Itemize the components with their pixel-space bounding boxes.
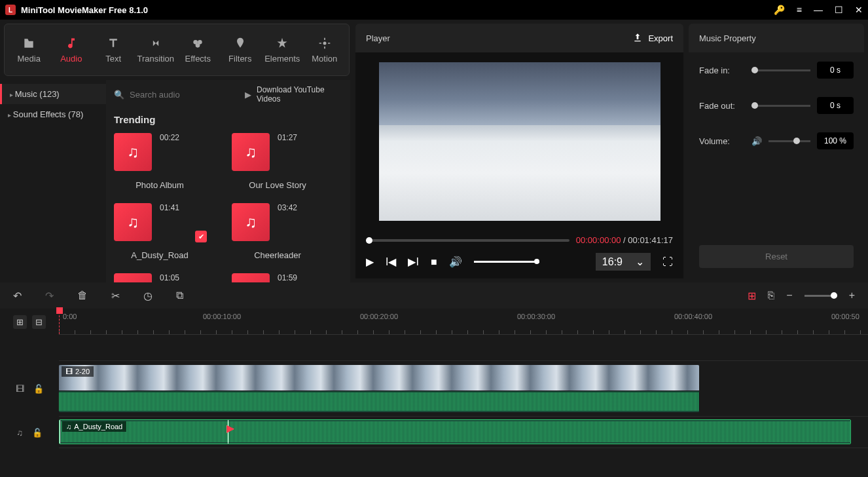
check-icon: ✔ [195,231,207,242]
audio-browser: 🔍 ▶ Download YouTube Videos Trending ♫00… [106,80,350,282]
svg-point-3 [323,41,326,45]
category-sidebar: Music (123) Sound Effects (78) [0,80,106,282]
search-icon: 🔍 [114,90,124,100]
volume-label: Volume: [699,136,745,146]
fadein-slider[interactable] [751,69,810,71]
fadeout-value[interactable]: 0 s [817,97,854,114]
menu-icon[interactable]: ≡ [797,5,802,15]
play-button[interactable]: ▶ [366,256,374,268]
effects-tab[interactable]: Effects [177,29,219,70]
video-track-head: 🎞 🔓 [0,361,59,417]
redo-button[interactable]: ↷ [45,290,54,302]
media-tab[interactable]: Media [9,29,50,70]
time-ruler[interactable]: 0:00 00:00:10:00 00:00:20:00 00:00:30:00… [59,309,868,335]
close-button[interactable]: ✕ [855,5,863,15]
aspect-ratio-select[interactable]: 16:9⌄ [596,253,651,271]
film-icon: 🎞 [65,368,73,375]
lock-icon[interactable]: 🔓 [32,428,43,438]
timecode: 00:00:00:00 / 00:01:41:17 [576,235,673,245]
category-music[interactable]: Music (123) [0,84,106,104]
elements-tab[interactable]: Elements [262,29,303,70]
audio-item[interactable]: ♫01:27 Our Love Story [232,133,323,190]
add-track-button[interactable]: ⊞ [13,315,27,329]
fullscreen-button[interactable]: ⛶ [662,256,673,268]
undo-button[interactable]: ↶ [13,290,22,302]
music-note-icon: ♫ [232,133,270,171]
transition-tab[interactable]: Transition [136,29,177,70]
audio-track-head: ♫ 🔓 [0,417,59,448]
split-marker-icon[interactable]: ▶ [226,422,234,434]
text-tab[interactable]: Text [93,29,134,70]
section-trending: Trending [114,109,342,133]
music-note-icon: ♫ [114,203,152,241]
volume-value[interactable]: 100 % [817,132,854,149]
timeline-toolbar: ↶ ↷ 🗑 ✂ ◷ ⧉ ⊞ ⎘ − + [0,282,868,309]
speaker-icon[interactable]: 🔊 [751,136,762,146]
timeline: ⊞ ⊟ 0:00 00:00:10:00 00:00:20:00 00:00:3… [0,309,868,477]
volume-icon[interactable]: 🔊 [449,256,462,268]
seek-bar[interactable] [366,239,570,242]
speed-button[interactable]: ◷ [143,290,153,302]
track-add-remove: ⊞ ⊟ [13,315,46,329]
category-sfx[interactable]: Sound Effects (78) [0,104,106,124]
music-note-icon: ♫ [232,273,270,282]
player-title: Player [366,33,632,43]
audio-item[interactable]: ♫01:59 [232,273,323,282]
stop-button[interactable]: ■ [431,256,437,268]
video-track[interactable]: 🎞2-20 [59,361,868,417]
filters-tab[interactable]: Filters [220,29,261,70]
split-button[interactable]: ✂ [111,290,120,302]
minimize-button[interactable]: — [814,5,823,15]
fadein-label: Fade in: [699,66,745,75]
audio-clip[interactable]: ♫A_Dusty_Road [59,419,851,444]
upgrade-key-icon[interactable]: 🔑 [774,5,785,15]
reset-button[interactable]: Reset [699,245,854,268]
music-note-icon: ♫ [232,203,270,241]
lock-icon[interactable]: 🔓 [33,384,44,394]
music-note-icon: ♫ [114,273,152,282]
music-note-icon: ♫ [114,133,152,171]
next-frame-button[interactable]: ▶I [408,256,418,268]
app-title: MiniTool MovieMaker Free 8.1.0 [21,5,774,15]
volume-slider[interactable] [769,140,810,142]
audio-item[interactable]: ♫03:42 Cheerleader [232,203,323,260]
properties-title: Music Property [689,24,864,52]
fadein-value[interactable]: 0 s [817,62,854,79]
youtube-icon: ▶ [245,90,251,100]
motion-tab[interactable]: Motion [304,29,346,70]
zoom-slider[interactable] [805,295,837,297]
search-input[interactable] [130,90,240,100]
delete-button[interactable]: 🗑 [77,290,88,301]
module-toolbar: Media Audio Text Transition Effects Filt… [4,24,350,76]
volume-slider[interactable] [474,261,539,263]
audio-item[interactable]: ♫00:22 Photo Album [114,133,206,190]
app-logo-icon: L [5,5,16,15]
remove-track-button[interactable]: ⊟ [32,315,46,329]
maximize-button[interactable]: ☐ [835,5,843,15]
prev-frame-button[interactable]: I◀ [386,256,396,268]
audio-track[interactable]: ♫A_Dusty_Road ▶ [59,417,868,448]
download-youtube-link[interactable]: Download YouTube Videos [257,85,342,104]
audio-track-icon: ♫ [16,428,23,438]
playhead[interactable] [59,309,60,334]
audio-item[interactable]: ♫01:05 [114,273,206,282]
zoom-out-button[interactable]: − [786,290,792,301]
music-note-icon: ♫ [66,423,71,430]
audio-tab[interactable]: Audio [51,29,92,70]
svg-point-2 [196,43,200,48]
fadeout-slider[interactable] [751,105,810,107]
audio-item[interactable]: ♫01:41✔ A_Dusty_Road [114,203,206,260]
spacer [0,335,59,361]
chevron-down-icon: ⌄ [636,256,644,268]
empty-track[interactable] [59,335,868,361]
video-preview[interactable] [355,52,683,230]
magnet-button[interactable]: ⊞ [748,290,756,302]
video-clip[interactable]: 🎞2-20 [59,365,699,412]
link-button[interactable]: ⎘ [768,290,774,301]
export-button[interactable]: Export [632,33,673,43]
crop-button[interactable]: ⧉ [176,290,183,301]
player-panel: Player Export 00:00:00:00 / 00:01:41:17 … [355,24,683,278]
fadeout-label: Fade out: [699,101,745,111]
zoom-in-button[interactable]: + [849,290,855,301]
video-track-icon: 🎞 [16,384,24,394]
